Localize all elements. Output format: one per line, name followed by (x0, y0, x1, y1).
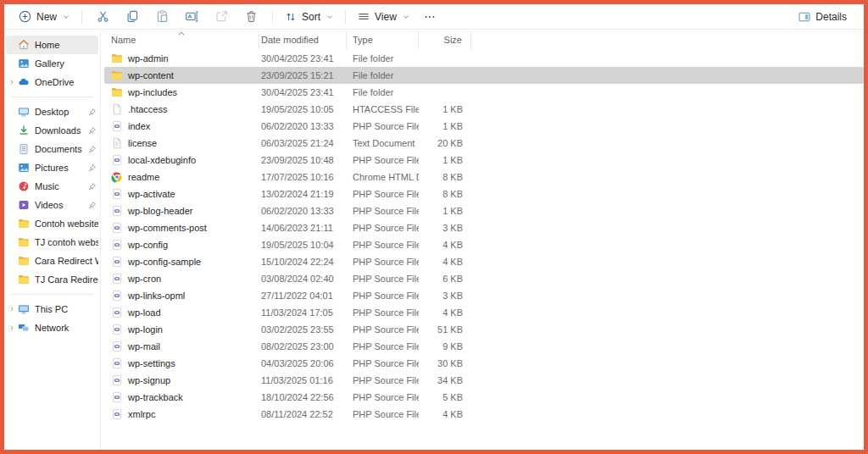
column-header-size[interactable]: Size (419, 30, 471, 49)
column-header-date-modified[interactable]: Date modified (259, 30, 347, 49)
file-name-cell: index (104, 120, 259, 132)
sidebar-item-gallery[interactable]: Gallery (6, 54, 98, 73)
table-row[interactable]: wp-blog-header06/02/2020 13:33PHP Source… (104, 202, 864, 219)
table-row[interactable]: wp-settings04/03/2025 20:06PHP Source Fi… (104, 355, 864, 372)
table-row[interactable]: wp-signup11/03/2025 01:16PHP Source File… (104, 372, 864, 389)
file-size: 4 KB (419, 409, 471, 419)
table-row[interactable]: local-xdebuginfo23/09/2025 10:48PHP Sour… (104, 152, 864, 169)
pin-icon[interactable] (86, 108, 97, 117)
table-row[interactable]: license06/03/2025 21:24Text Document20 K… (104, 135, 864, 152)
table-row[interactable]: wp-config19/05/2025 10:04PHP Source File… (104, 236, 864, 253)
file-name-cell: wp-signup (104, 374, 259, 386)
file-date-modified: 06/02/2020 13:33 (259, 121, 347, 131)
table-row[interactable]: xmlrpc08/11/2024 22:52PHP Source File4 K… (104, 406, 864, 423)
sort-button[interactable]: Sort (279, 8, 339, 26)
sidebar-item-downloads[interactable]: Downloads (6, 121, 98, 140)
pin-icon[interactable] (86, 126, 97, 136)
sidebar-item-documents[interactable]: Documents (6, 140, 98, 158)
file-size: 1 KB (419, 206, 471, 216)
table-row[interactable]: wp-includes30/04/2025 23:41File folder (104, 84, 864, 101)
delete-button[interactable] (236, 7, 266, 26)
sidebar-item-desktop[interactable]: Desktop (6, 102, 98, 121)
table-row[interactable]: wp-admin30/04/2025 23:41File folder (104, 50, 864, 67)
column-header-name[interactable]: Name (104, 30, 259, 49)
file-name-cell: .htaccess (104, 103, 259, 115)
file-type: PHP Source File (347, 341, 419, 352)
pin-icon[interactable] (86, 145, 97, 154)
new-button[interactable]: New (13, 7, 75, 26)
sidebar-item-network[interactable]: Network (6, 318, 98, 337)
pin-icon[interactable] (86, 163, 97, 173)
table-row[interactable]: wp-content23/09/2025 15:21File folder (104, 67, 864, 84)
sidebar-item-home[interactable]: Home (6, 36, 98, 54)
toolbar-divider (272, 10, 273, 24)
table-row[interactable]: wp-activate13/02/2024 21:19PHP Source Fi… (104, 185, 864, 202)
sidebar-item-cara-redirect-webs[interactable]: Cara Redirect Webs (6, 252, 98, 270)
table-row[interactable]: wp-mail08/02/2025 23:00PHP Source File9 … (104, 338, 864, 355)
table-row[interactable]: readme17/07/2025 10:16Chrome HTML Do...8… (104, 169, 864, 185)
table-row[interactable]: .htaccess19/05/2025 10:05HTACCESS File1 … (104, 101, 864, 118)
file-name-cell: wp-login (104, 324, 259, 335)
file-name: wp-comments-post (128, 223, 207, 233)
folder-icon (111, 53, 123, 64)
sidebar-item-tj-cara-redirect-w[interactable]: TJ Cara Redirect W (6, 270, 98, 289)
copy-button[interactable] (118, 7, 147, 26)
sidebar-item-label: Desktop (35, 107, 86, 117)
sidebar-divider (11, 97, 93, 97)
table-row[interactable]: wp-config-sample15/10/2024 22:24PHP Sour… (104, 253, 864, 270)
column-header-label: Name (111, 35, 136, 45)
file-name-cell: readme (104, 171, 259, 183)
explorer-window: New (0, 0, 868, 454)
table-row[interactable]: wp-cron03/08/2024 02:40PHP Source File6 … (104, 270, 864, 287)
chevron-right-icon[interactable] (6, 305, 17, 313)
table-row[interactable]: wp-login03/02/2025 23:55PHP Source File5… (104, 321, 864, 338)
file-size: 30 KB (419, 358, 471, 368)
details-pane-button[interactable]: Details (793, 8, 852, 26)
table-row[interactable]: wp-comments-post14/06/2023 21:11PHP Sour… (104, 219, 864, 236)
folder-icon (17, 274, 30, 286)
table-row[interactable]: wp-links-opml27/11/2022 04:01PHP Source … (104, 287, 864, 304)
sidebar-item-music[interactable]: Music (6, 177, 98, 196)
file-size: 1 KB (419, 155, 471, 165)
paste-button[interactable] (147, 7, 177, 26)
column-header-type[interactable]: Type (347, 30, 419, 49)
php-icon (111, 408, 123, 420)
table-row[interactable]: wp-trackback18/10/2024 22:56PHP Source F… (104, 389, 864, 406)
view-button[interactable]: View (352, 8, 415, 26)
file-type: File folder (347, 87, 419, 97)
rename-button[interactable] (177, 7, 207, 26)
sidebar-item-onedrive[interactable]: OneDrive (6, 73, 98, 91)
chevron-down-icon (62, 13, 70, 21)
share-button[interactable] (207, 7, 236, 26)
folder-icon (17, 255, 30, 268)
file-date-modified: 11/03/2024 17:05 (259, 307, 347, 318)
view-button-label: View (375, 11, 397, 23)
chevron-right-icon[interactable] (6, 78, 17, 86)
sidebar-item-tj-contoh-website-c[interactable]: TJ contoh website c (6, 233, 98, 252)
cut-button[interactable] (88, 7, 118, 26)
file-name-cell: wp-links-opml (104, 290, 259, 302)
file-size: 1 KB (419, 104, 471, 114)
chevron-right-icon[interactable] (6, 324, 17, 332)
more-options-button[interactable] (415, 8, 444, 26)
php-icon (111, 273, 123, 285)
table-row[interactable]: index06/02/2020 13:33PHP Source File1 KB (104, 118, 864, 135)
sidebar-item-this-pc[interactable]: This PC (6, 300, 98, 318)
pin-icon[interactable] (86, 201, 97, 210)
sidebar-item-pictures[interactable]: Pictures (6, 158, 98, 177)
file-name: index (128, 121, 150, 131)
pin-icon[interactable] (86, 182, 97, 191)
file-type: Text Document (347, 138, 419, 148)
file-size: 5 KB (419, 392, 471, 402)
sidebar-item-videos[interactable]: Videos (6, 196, 98, 214)
sidebar-item-label: TJ contoh website c (35, 237, 98, 247)
onedrive-icon (17, 76, 30, 89)
sidebar-item-contoh-website-co[interactable]: Contoh website co (6, 214, 98, 233)
file-size: 9 KB (419, 341, 471, 352)
column-header-row: Name Date modified Type Size (104, 30, 864, 49)
table-row[interactable]: wp-load11/03/2024 17:05PHP Source File4 … (104, 304, 864, 321)
file-name: wp-settings (128, 358, 175, 368)
file-type: PHP Source File (347, 189, 419, 199)
column-header-label: Size (444, 35, 462, 45)
sidebar-item-label: Downloads (35, 125, 86, 136)
